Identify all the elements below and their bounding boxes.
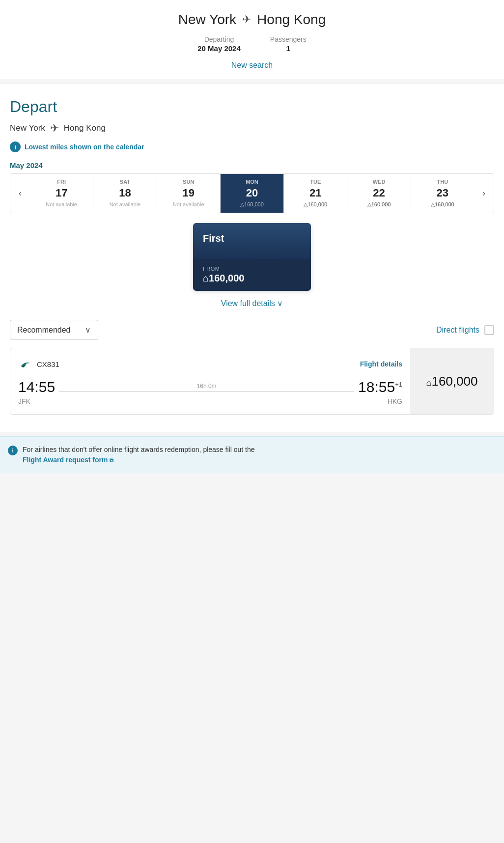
calendar-day-tue[interactable]: TUE21△160,000 [283, 174, 347, 213]
direct-flights-toggle: Direct flights [436, 325, 494, 335]
view-full-details-button[interactable]: View full details ∨ [221, 299, 283, 308]
chevron-down-icon: ∨ [85, 325, 91, 335]
sort-label: Recommended [17, 326, 85, 335]
calendar-day-sat[interactable]: SAT18Not available [93, 174, 156, 213]
day-price: △160,000 [223, 201, 281, 208]
info-footer: i For airlines that don't offer online f… [0, 436, 504, 473]
plane-icon: ✈ [242, 13, 251, 26]
passengers-value: 1 [286, 44, 290, 53]
day-name: TUE [286, 179, 345, 185]
day-price: Not available [95, 201, 154, 207]
fare-card-wrapper: First FROM⌂160,000 [10, 223, 494, 291]
trip-meta: Departing 20 May 2024 Passengers 1 [10, 35, 494, 53]
flight-header: CX831 Flight details [18, 357, 402, 371]
departing-meta: Departing 20 May 2024 [197, 35, 241, 53]
month-label: May 2024 [10, 161, 494, 169]
day-name: SUN [159, 179, 218, 185]
calendar-day-fri[interactable]: FRI17Not available [30, 174, 93, 213]
fare-from-label: FROM [203, 266, 301, 272]
flight-duration-line: 16h 0m [59, 383, 354, 392]
calendar-day-wed[interactable]: WED22△160,000 [347, 174, 410, 213]
flight-price-column[interactable]: ⌂160,000 [410, 348, 494, 414]
miles-symbol: ⌂ [426, 378, 432, 388]
airports-row: JFK HKG [18, 397, 402, 405]
flight-card-inner: CX831 Flight details 14:55 16h 0m 18:55+… [10, 348, 494, 414]
day-number: 21 [286, 187, 345, 199]
passengers-label: Passengers [270, 35, 307, 43]
fare-class: First [203, 233, 301, 244]
day-number: 20 [223, 187, 281, 199]
fare-price-value: ⌂160,000 [203, 273, 301, 284]
day-number: 17 [32, 187, 91, 199]
flight-times: 14:55 16h 0m 18:55+1 [18, 379, 402, 395]
flight-main: CX831 Flight details 14:55 16h 0m 18:55+… [10, 348, 410, 414]
page-header: New York ✈ Hong Kong Departing 20 May 20… [0, 0, 504, 80]
depart-airport: JFK [18, 397, 30, 405]
destination-city: Hong Kong [257, 12, 326, 28]
info-circle-icon: i [10, 141, 21, 152]
airline-logo-icon [18, 357, 32, 371]
calendar-info-text: Lowest miles shown on the calendar [25, 143, 144, 151]
day-price: Not available [159, 201, 218, 207]
sub-route-origin: New York [10, 123, 45, 133]
calendar-day-thu[interactable]: THU23△160,000 [411, 174, 474, 213]
day-number: 18 [95, 187, 154, 199]
filter-row: Recommended ∨ Direct flights [10, 320, 494, 340]
footer-info-text: For airlines that don't offer online fli… [23, 445, 254, 465]
arrive-airport: HKG [388, 397, 402, 405]
day-number: 19 [159, 187, 218, 199]
day-name: MON [223, 179, 281, 185]
footer-info-icon: i [8, 446, 18, 455]
calendar-day-sun[interactable]: SUN19Not available [157, 174, 220, 213]
origin-city: New York [178, 12, 236, 28]
day-number: 23 [413, 187, 472, 199]
flight-number: CX831 [37, 360, 59, 368]
day-name: FRI [32, 179, 91, 185]
day-price: △160,000 [349, 201, 408, 208]
day-number: 22 [349, 187, 408, 199]
calendar-strip: ‹ FRI17Not availableSAT18Not availableSU… [10, 173, 494, 213]
fare-card-top: First [193, 223, 311, 259]
passengers-meta: Passengers 1 [270, 35, 307, 53]
day-price: △160,000 [286, 201, 345, 208]
departing-label: Departing [197, 35, 241, 43]
depart-heading: Depart [10, 98, 494, 116]
day-name: WED [349, 179, 408, 185]
calendar-day-mon[interactable]: MON20△160,000 [220, 174, 283, 213]
sub-plane-icon: ✈ [50, 122, 59, 135]
day-price: Not available [32, 201, 91, 207]
calendar-days: FRI17Not availableSAT18Not availableSUN1… [30, 174, 474, 213]
calendar-info-banner: i Lowest miles shown on the calendar [10, 141, 494, 152]
day-offset: +1 [395, 381, 402, 388]
flight-line-bar [59, 392, 354, 392]
arrive-time: 18:55+1 [358, 379, 402, 395]
view-details-row: View full details ∨ [10, 299, 494, 308]
new-search-link[interactable]: New search [231, 61, 273, 69]
fare-card-bottom: FROM⌂160,000 [193, 259, 311, 291]
departing-value: 20 May 2024 [197, 44, 241, 53]
flight-details-link[interactable]: Flight details [360, 360, 402, 368]
direct-flights-label: Direct flights [436, 326, 479, 335]
day-name: THU [413, 179, 472, 185]
direct-flights-checkbox[interactable] [484, 325, 494, 335]
main-content: Depart New York ✈ Hong Kong i Lowest mil… [0, 84, 504, 432]
flight-price: ⌂160,000 [426, 374, 478, 389]
depart-time: 14:55 [18, 379, 55, 395]
sub-route-destination: Hong Kong [64, 123, 106, 133]
external-link-icon: ⧉ [110, 457, 113, 463]
depart-time-block: 14:55 [18, 379, 55, 395]
sort-dropdown[interactable]: Recommended ∨ [10, 320, 98, 340]
day-price: △160,000 [413, 201, 472, 208]
flight-award-request-link[interactable]: Flight Award request form ⧉ [23, 456, 113, 464]
flight-card: CX831 Flight details 14:55 16h 0m 18:55+… [10, 348, 494, 415]
sub-route: New York ✈ Hong Kong [10, 122, 494, 135]
arrive-time-block: 18:55+1 [358, 379, 402, 395]
calendar-next-button[interactable]: › [474, 174, 494, 213]
route-title: New York ✈ Hong Kong [10, 12, 494, 28]
fare-card[interactable]: First FROM⌂160,000 [193, 223, 311, 291]
flight-duration: 16h 0m [197, 383, 217, 390]
calendar-prev-button[interactable]: ‹ [10, 174, 30, 213]
day-name: SAT [95, 179, 154, 185]
